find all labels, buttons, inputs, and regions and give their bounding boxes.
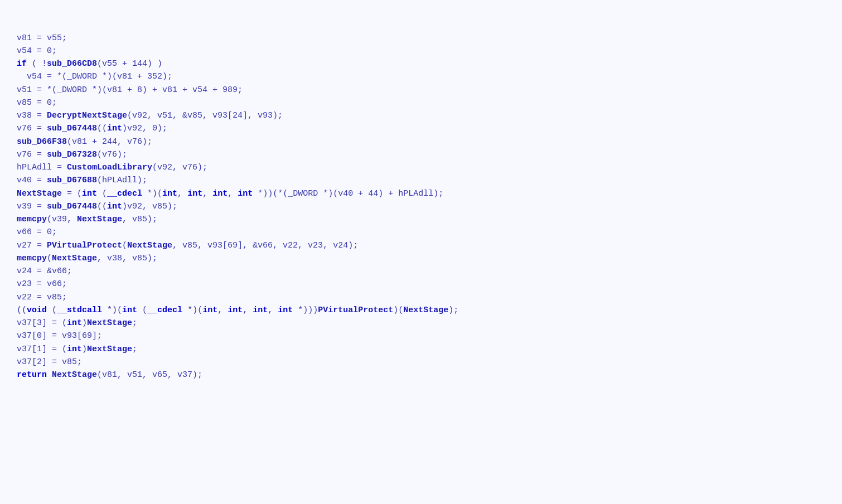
code-line: v23 = v66; — [17, 278, 825, 290]
code-line: v37[3] = (int)NextStage; — [17, 317, 825, 329]
code-line: if ( !sub_D66CD8(v55 + 144) ) — [17, 57, 825, 70]
code-line: v76 = sub_D67448((int)v92, 0); — [17, 122, 825, 135]
code-line: sub_D66F38(v81 + 244, v76); — [17, 135, 825, 148]
code-line: memcpy(NextStage, v38, v85); — [17, 252, 825, 265]
code-content: v81 = v55;v54 = 0;if ( !sub_D66CD8(v55 +… — [17, 32, 825, 382]
code-line: v76 = sub_D67328(v76); — [17, 148, 825, 161]
code-line: v54 = *(_DWORD *)(v81 + 352); — [17, 70, 825, 83]
code-line: ((void (__stdcall *)(int (__cdecl *)(int… — [17, 304, 825, 317]
code-line: NextStage = (int (__cdecl *)(int, int, i… — [17, 187, 825, 200]
code-line: v37[2] = v85; — [17, 356, 825, 369]
code-line: v51 = *(_DWORD *)(v81 + 8) + v81 + v54 +… — [17, 84, 825, 96]
code-line: v38 = DecryptNextStage(v92, v51, &v85, v… — [17, 109, 825, 122]
code-line: v37[1] = (int)NextStage; — [17, 343, 825, 356]
code-line: v85 = 0; — [17, 96, 825, 109]
code-line: v54 = 0; — [17, 45, 825, 57]
code-line: v39 = sub_D67448((int)v92, v85); — [17, 200, 825, 213]
code-line: v66 = 0; — [17, 226, 825, 239]
code-line: v24 = &v66; — [17, 265, 825, 278]
code-line: v40 = sub_D67688(hPLAdll); — [17, 174, 825, 187]
code-line: memcpy(v39, NextStage, v85); — [17, 213, 825, 226]
code-line: v22 = v85; — [17, 291, 825, 304]
code-line: return NextStage(v81, v51, v65, v37); — [17, 369, 825, 381]
code-viewer: v81 = v55;v54 = 0;if ( !sub_D66CD8(v55 +… — [17, 6, 825, 395]
code-line: v81 = v55; — [17, 32, 825, 45]
code-line: v37[0] = v93[69]; — [17, 329, 825, 342]
code-line: hPLAdll = CustomLoadLibrary(v92, v76); — [17, 161, 825, 174]
code-line: v27 = PVirtualProtect(NextStage, v85, v9… — [17, 239, 825, 252]
